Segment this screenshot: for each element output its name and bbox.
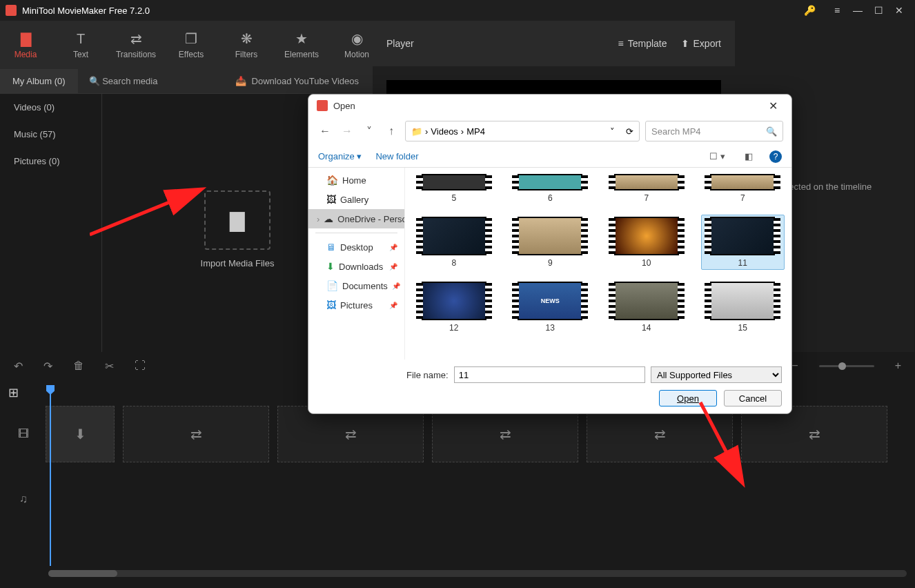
swap-icon: ⇄ — [654, 426, 666, 442]
chevron-down-icon[interactable]: ˅ — [361, 123, 377, 139]
filetype-select[interactable]: All Supported Files — [651, 366, 782, 383]
nav-downloads[interactable]: ⬇Downloads📌 — [308, 257, 404, 276]
swap-icon: ⇄ — [809, 426, 820, 442]
open-button[interactable]: Open — [659, 390, 717, 406]
tab-media[interactable]: ▇Media — [8, 30, 43, 59]
forward-button[interactable]: → — [339, 123, 355, 139]
minimize-button[interactable]: — — [847, 0, 868, 21]
clip-slot[interactable]: ⇄ — [432, 406, 578, 462]
template-button[interactable]: ≡Template — [618, 38, 667, 49]
main-toolbar: ▇Media TText ⇄Transitions ❐Effects ❋Filt… — [0, 21, 373, 69]
my-album-tab[interactable]: My Album (0) — [0, 69, 78, 93]
elements-icon: ★ — [295, 30, 308, 47]
motion-icon: ◉ — [351, 30, 363, 47]
breadcrumb[interactable]: 📁 ›Videos ›MP4 ˅⟳ — [405, 121, 640, 141]
import-label: Import Media Files — [201, 258, 275, 268]
search-input[interactable]: Search MP4 🔍 — [645, 121, 783, 141]
horizontal-scrollbar[interactable] — [48, 570, 907, 577]
folder-icon: ▇ — [21, 30, 31, 47]
folder-icon: 📁 — [411, 126, 422, 137]
zoom-slider[interactable] — [819, 365, 874, 367]
file-item[interactable]: 14 — [604, 280, 689, 335]
file-item[interactable]: NEWS13 — [509, 280, 593, 335]
file-item[interactable]: 8 — [412, 215, 496, 270]
key-icon[interactable]: 🔑 — [804, 5, 816, 16]
file-item[interactable]: 12 — [412, 280, 496, 335]
swap-icon: ⇄ — [345, 426, 357, 442]
tab-effects[interactable]: ❐Effects — [174, 30, 208, 59]
back-button[interactable]: ← — [317, 123, 333, 139]
filename-input[interactable] — [454, 366, 645, 383]
folder-icon: ▇ — [230, 209, 245, 232]
file-item[interactable]: 15 — [701, 280, 785, 335]
swap-icon: ⇄ — [500, 426, 511, 442]
sub-bar: My Album (0) 🔍 Search media 📥Download Yo… — [0, 69, 373, 94]
file-item[interactable]: 5 — [412, 172, 496, 205]
download-youtube[interactable]: 📥Download YouTube Videos — [235, 76, 373, 86]
zoom-out-button[interactable]: − — [791, 360, 798, 372]
file-grid: 5 6 7 7 8 9 10 11 12 NEWS13 14 15 — [405, 168, 791, 360]
sidebar-videos[interactable]: Videos (0) — [0, 94, 101, 121]
cancel-button[interactable]: Cancel — [724, 390, 782, 406]
export-button[interactable]: ⬆Export — [681, 38, 721, 49]
export-icon: ⬆ — [681, 38, 689, 49]
delete-button[interactable]: 🗑 — [73, 360, 84, 372]
clip-slot[interactable]: ⇄ — [123, 406, 269, 462]
filename-label: File name: — [406, 370, 449, 380]
up-button[interactable]: ↑ — [383, 123, 400, 139]
tab-elements[interactable]: ★Elements — [284, 30, 319, 59]
tab-transitions[interactable]: ⇄Transitions — [119, 30, 153, 59]
help-icon[interactable]: ? — [769, 150, 782, 163]
clip-slot[interactable]: ⇄ — [277, 406, 424, 462]
app-logo — [6, 5, 17, 16]
nav-pictures[interactable]: 🖼Pictures📌 — [308, 295, 404, 315]
filters-icon: ❋ — [241, 30, 253, 47]
nav-home[interactable]: 🏠Home — [308, 170, 404, 190]
dialog-close-button[interactable]: ✕ — [763, 97, 783, 115]
clip-slot[interactable]: ⇄ — [587, 406, 733, 462]
undo-button[interactable]: ↶ — [14, 360, 23, 373]
player-title: Player — [386, 38, 414, 49]
search-media[interactable]: 🔍 Search media — [78, 76, 188, 86]
preview-pane-button[interactable]: ◧ — [742, 151, 756, 161]
redo-button[interactable]: ↷ — [43, 360, 52, 373]
zoom-in-button[interactable]: + — [895, 360, 901, 372]
file-item[interactable]: 6 — [509, 172, 593, 205]
file-item[interactable]: 7 — [604, 172, 689, 205]
import-media-box[interactable]: ▇ — [204, 190, 270, 250]
nav-onedrive[interactable]: ›☁OneDrive - Perso — [308, 209, 404, 228]
file-item[interactable]: 9 — [509, 215, 593, 270]
clip-slot[interactable]: ⇄ — [741, 406, 887, 462]
crop-button[interactable]: ⛶ — [135, 360, 146, 372]
maximize-button[interactable]: ☐ — [868, 0, 889, 21]
download-icon: ⬇ — [75, 426, 86, 442]
open-file-dialog: Open ✕ ← → ˅ ↑ 📁 ›Videos ›MP4 ˅⟳ Search … — [308, 94, 792, 414]
hamburger-icon[interactable]: ≡ — [827, 0, 847, 21]
new-folder-button[interactable]: New folder — [375, 151, 418, 161]
text-icon: T — [77, 31, 85, 47]
nav-gallery[interactable]: 🖼Gallery — [308, 190, 404, 209]
cut-button[interactable]: ✂ — [105, 360, 114, 373]
view-mode-button[interactable]: ☐ ▾ — [707, 151, 728, 161]
sidebar-pictures[interactable]: Pictures (0) — [0, 148, 101, 175]
nav-documents[interactable]: 📄Documents📌 — [308, 276, 404, 295]
file-item[interactable]: 10 — [604, 215, 689, 270]
nav-desktop[interactable]: 🖥Desktop📌 — [308, 237, 404, 257]
dialog-icon — [317, 100, 328, 111]
file-item-selected[interactable]: 11 — [701, 215, 785, 270]
clip-slot[interactable]: ⬇ — [46, 406, 115, 462]
dialog-title: Open — [333, 101, 355, 111]
search-icon: 🔍 — [766, 126, 777, 137]
playhead[interactable] — [50, 385, 51, 566]
video-track: 🎞 ⬇ ⇄ ⇄ ⇄ ⇄ ⇄ — [8, 406, 907, 462]
tab-motion[interactable]: ◉Motion — [340, 30, 374, 59]
sidebar-music[interactable]: Music (57) — [0, 121, 101, 148]
audio-track: ♫ — [8, 471, 907, 527]
tab-text[interactable]: TText — [63, 31, 98, 59]
file-item[interactable]: 7 — [701, 172, 785, 205]
close-button[interactable]: ✕ — [889, 0, 909, 21]
tab-filters[interactable]: ❋Filters — [229, 30, 264, 59]
refresh-icon[interactable]: ⟳ — [626, 126, 633, 137]
title-bar: MiniTool MovieMaker Free 7.2.0 🔑 ≡ — ☐ ✕ — [0, 0, 915, 21]
organize-menu[interactable]: Organize ▾ — [318, 151, 362, 161]
